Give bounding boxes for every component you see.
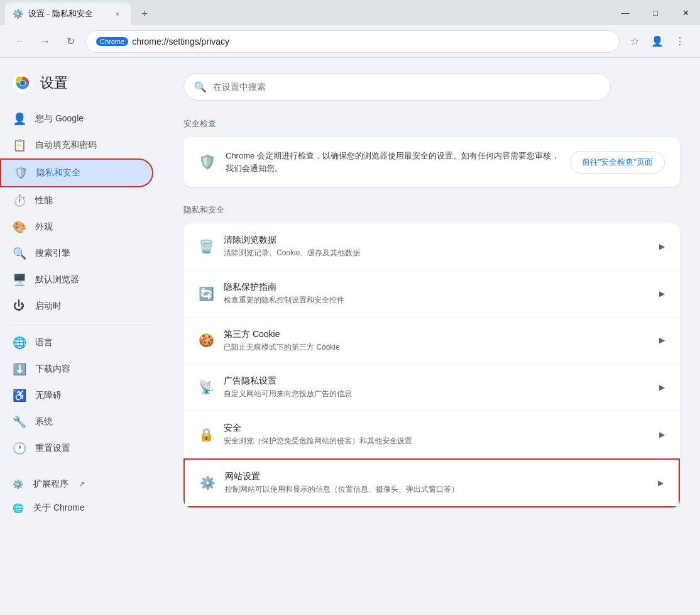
privacy-guide-desc: 检查重要的隐私控制设置和安全控件 <box>224 295 649 306</box>
search-engine-icon: 🔍 <box>13 247 25 260</box>
sidebar-label-language: 语言 <box>35 337 53 348</box>
close-button[interactable]: ✕ <box>671 3 700 23</box>
sidebar-label-performance: 性能 <box>35 195 53 206</box>
google-icon: 👤 <box>13 112 25 126</box>
ad-privacy-item[interactable]: 📡 广告隐私设置 自定义网站可用来向您投放广告的信息 ▶ <box>183 364 680 411</box>
site-settings-title: 网站设置 <box>225 471 648 482</box>
sidebar-label-autofill: 自动填充和密码 <box>35 140 97 151</box>
appearance-icon: 🎨 <box>13 220 25 234</box>
site-settings-item[interactable]: ⚙️ 网站设置 控制网站可以使用和显示的信息（位置信息、摄像头、弹出式窗口等） … <box>183 458 680 507</box>
security-content: 安全 安全浏览（保护您免受危险网站的侵害）和其他安全设置 <box>224 423 649 446</box>
privacy-section-title: 隐私和安全 <box>183 204 680 216</box>
trash-icon: 🗑️ <box>199 239 214 254</box>
sidebar-item-download[interactable]: ⬇️ 下载内容 <box>0 356 153 382</box>
search-box[interactable]: 🔍 <box>183 73 611 101</box>
sidebar-label-google: 您与 Google <box>35 113 84 125</box>
address-url: chrome://settings/privacy <box>132 36 229 47</box>
sidebar-title: 设置 <box>40 74 68 92</box>
security-title: 安全 <box>224 423 649 434</box>
sidebar-item-language[interactable]: 🌐 语言 <box>0 330 153 356</box>
sidebar-label-system: 系统 <box>35 416 53 428</box>
sidebar-item-search[interactable]: 🔍 搜索引擎 <box>0 240 153 267</box>
profile-icon[interactable]: 👤 <box>647 31 667 52</box>
performance-icon: ⏱️ <box>13 194 25 208</box>
autofill-icon: 📋 <box>13 138 25 152</box>
bookmark-icon[interactable]: ☆ <box>625 31 645 52</box>
third-party-cookie-item[interactable]: 🍪 第三方 Cookie 已阻止无痕模式下的第三方 Cookie ▶ <box>183 318 680 365</box>
safety-check-card: 🛡️ Chrome 会定期进行检查，以确保您的浏览器使用最安全的设置。如有任何内… <box>183 137 680 187</box>
tab-title: 设置 - 隐私和安全 <box>28 8 107 19</box>
arrow-icon-3: ▶ <box>659 383 665 392</box>
search-icon: 🔍 <box>194 81 207 93</box>
privacy-guide-item[interactable]: 🔄 隐私保护指南 检查重要的隐私控制设置和安全控件 ▶ <box>183 270 680 318</box>
back-button[interactable]: ← <box>10 31 30 52</box>
minimize-button[interactable]: — <box>611 3 640 23</box>
active-tab[interactable]: ⚙️ 设置 - 隐私和安全 × <box>5 3 131 25</box>
sidebar-item-google[interactable]: 👤 您与 Google <box>0 106 153 132</box>
new-tab-button[interactable]: + <box>136 5 153 23</box>
svg-point-3 <box>20 80 25 86</box>
system-icon: 🔧 <box>13 415 25 429</box>
security-item[interactable]: 🔒 安全 安全浏览（保护您免受危险网站的侵害）和其他安全设置 ▶ <box>183 411 680 458</box>
privacy-guide-icon: 🔄 <box>199 286 214 301</box>
about-icon: 🌐 <box>13 503 23 513</box>
sidebar: 设置 👤 您与 Google 📋 自动填充和密码 🛡️ 隐私和安全 ⏱️ 性能 … <box>0 58 163 615</box>
sidebar-label-browser: 默认浏览器 <box>35 274 79 285</box>
sidebar-item-autofill[interactable]: 📋 自动填充和密码 <box>0 132 153 158</box>
chrome-badge: Chrome <box>96 37 128 46</box>
search-input[interactable] <box>213 82 600 92</box>
privacy-guide-content: 隐私保护指南 检查重要的隐私控制设置和安全控件 <box>224 282 649 306</box>
safety-shield-icon: 🛡️ <box>199 154 216 170</box>
accessibility-icon: ♿ <box>13 389 25 402</box>
cookie-title: 第三方 Cookie <box>224 329 649 340</box>
sidebar-item-privacy[interactable]: 🛡️ 隐私和安全 <box>0 158 153 187</box>
sidebar-item-extensions[interactable]: ⚙️ 扩展程序 ↗ <box>0 472 153 496</box>
main-panel: 🔍 安全检查 🛡️ Chrome 会定期进行检查，以确保您的浏览器使用最安全的设… <box>163 58 700 615</box>
address-input[interactable]: Chrome chrome://settings/privacy <box>85 30 620 53</box>
menu-icon[interactable]: ⋮ <box>670 31 690 52</box>
reload-button[interactable]: ↻ <box>60 31 80 52</box>
arrow-icon-4: ▶ <box>659 430 665 439</box>
safety-text: Chrome 会定期进行检查，以确保您的浏览器使用最安全的设置。如有任何内容需要… <box>226 150 560 174</box>
sidebar-divider-2 <box>13 467 151 467</box>
clear-browsing-item[interactable]: 🗑️ 清除浏览数据 清除浏览记录、Cookie、缓存及其他数据 ▶ <box>183 223 680 270</box>
sidebar-label-search: 搜索引擎 <box>35 248 70 259</box>
startup-icon: ⏻ <box>13 299 25 313</box>
sidebar-label-about: 关于 Chrome <box>33 502 85 514</box>
sidebar-item-reset[interactable]: 🕐 重置设置 <box>0 435 153 462</box>
safety-check-section-title: 安全检查 <box>183 118 680 130</box>
tab-bar: ⚙️ 设置 - 隐私和安全 × + — □ ✕ <box>0 0 700 25</box>
sidebar-item-default-browser[interactable]: 🖥️ 默认浏览器 <box>0 267 153 293</box>
safety-check-button[interactable]: 前往"安全检查"页面 <box>570 151 665 174</box>
chrome-logo <box>13 73 33 93</box>
sidebar-header: 设置 <box>0 68 163 106</box>
window-controls: — □ ✕ <box>611 3 700 25</box>
sidebar-item-performance[interactable]: ⏱️ 性能 <box>0 187 153 214</box>
sidebar-item-system[interactable]: 🔧 系统 <box>0 409 153 435</box>
forward-button[interactable]: → <box>35 31 55 52</box>
sidebar-item-appearance[interactable]: 🎨 外观 <box>0 214 153 240</box>
clear-browsing-title: 清除浏览数据 <box>224 235 649 246</box>
site-settings-icon: ⚙️ <box>200 475 215 490</box>
sidebar-label-accessibility: 无障碍 <box>35 390 62 401</box>
sidebar-item-startup[interactable]: ⏻ 启动时 <box>0 293 153 319</box>
maximize-button[interactable]: □ <box>641 3 670 23</box>
sidebar-item-about[interactable]: 🌐 关于 Chrome <box>0 496 153 520</box>
sidebar-item-accessibility[interactable]: ♿ 无障碍 <box>0 382 153 409</box>
extensions-icon: ⚙️ <box>13 479 23 489</box>
browser-frame: ⚙️ 设置 - 隐私和安全 × + — □ ✕ ← → ↻ Chrome chr… <box>0 0 700 615</box>
tab-close-button[interactable]: × <box>112 8 123 19</box>
sidebar-label-reset: 重置设置 <box>35 443 70 454</box>
ad-privacy-content: 广告隐私设置 自定义网站可用来向您投放广告的信息 <box>224 375 649 399</box>
reset-icon: 🕐 <box>13 441 25 455</box>
sidebar-label-appearance: 外观 <box>35 221 53 233</box>
sidebar-label-download: 下载内容 <box>35 363 70 375</box>
sidebar-label-extensions: 扩展程序 <box>33 479 68 490</box>
arrow-icon-2: ▶ <box>659 336 665 345</box>
cookie-content: 第三方 Cookie 已阻止无痕模式下的第三方 Cookie <box>224 329 649 353</box>
safety-description: Chrome 会定期进行检查，以确保您的浏览器使用最安全的设置。如有任何内容需要… <box>226 151 559 173</box>
privacy-icon: 🛡️ <box>14 166 26 180</box>
privacy-settings-card: 🗑️ 清除浏览数据 清除浏览记录、Cookie、缓存及其他数据 ▶ 🔄 隐私保护… <box>183 223 680 507</box>
cookie-desc: 已阻止无痕模式下的第三方 Cookie <box>224 342 649 353</box>
site-settings-content: 网站设置 控制网站可以使用和显示的信息（位置信息、摄像头、弹出式窗口等） <box>225 471 648 495</box>
